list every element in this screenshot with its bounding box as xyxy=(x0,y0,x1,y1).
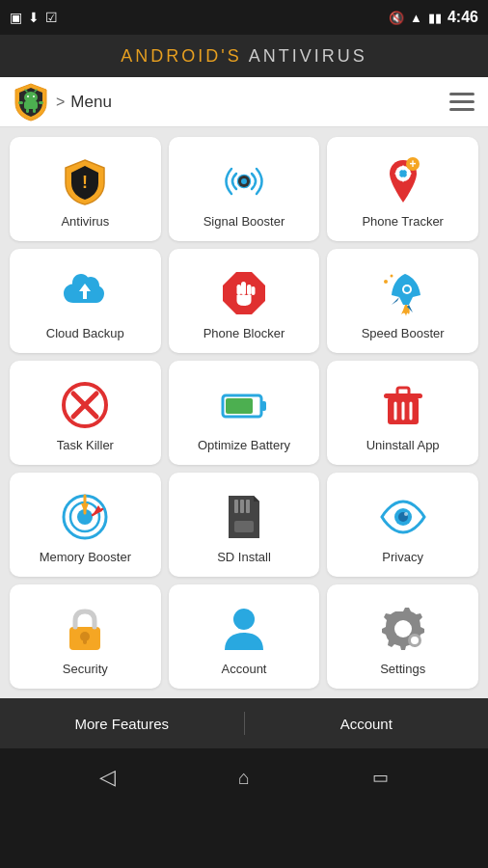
sd-install-label: SD Install xyxy=(217,550,271,564)
battery-icon: ▮▮ xyxy=(428,11,442,25)
status-icons-left: ▣ ⬇ ☑ xyxy=(10,10,58,25)
phone-tracker-icon: + xyxy=(376,154,430,208)
account-label: Account xyxy=(222,662,267,676)
grid-item-settings[interactable]: Settings xyxy=(327,584,478,689)
phone-blocker-icon xyxy=(217,266,271,320)
download-icon: ⬇ xyxy=(28,10,40,25)
optimize-battery-icon xyxy=(217,378,271,432)
tab-bar: More Features Account xyxy=(0,698,488,748)
grid-item-phone-tracker[interactable]: + Phone Tracker xyxy=(327,137,478,241)
privacy-label: Privacy xyxy=(382,550,423,564)
grid-item-signal-booster[interactable]: Signal Booster xyxy=(169,137,320,241)
task-killer-label: Task Killer xyxy=(57,438,114,452)
android-logo xyxy=(14,82,48,122)
svg-rect-5 xyxy=(24,101,38,109)
recent-apps-button[interactable]: ▭ xyxy=(372,767,389,788)
svg-rect-21 xyxy=(247,285,252,295)
tab-account[interactable]: Account xyxy=(245,698,489,748)
svg-rect-33 xyxy=(226,398,253,414)
home-button[interactable]: ⌂ xyxy=(238,767,250,789)
svg-point-60 xyxy=(411,637,419,644)
android-nav-bar: ◁ ⌂ ▭ xyxy=(0,748,488,806)
svg-text:!: ! xyxy=(82,173,88,192)
phone-blocker-label: Phone Blocker xyxy=(203,326,285,340)
speed-booster-icon xyxy=(376,266,430,320)
svg-point-4 xyxy=(33,95,35,97)
svg-point-13 xyxy=(241,178,247,184)
antivirus-label: Antivirus xyxy=(61,214,109,229)
memory-booster-label: Memory Booster xyxy=(40,550,131,564)
svg-rect-9 xyxy=(39,101,43,104)
security-label: Security xyxy=(63,662,108,676)
cloud-backup-icon xyxy=(58,266,112,320)
nav-menu-label: Menu xyxy=(70,93,112,112)
hamburger-line-1 xyxy=(449,93,474,95)
account-icon xyxy=(217,602,271,656)
svg-rect-32 xyxy=(261,401,266,411)
svg-point-57 xyxy=(233,609,255,630)
breadcrumb-chevron: > xyxy=(56,94,65,111)
task-killer-icon xyxy=(58,378,112,432)
grid-item-sd-install[interactable]: SD Install xyxy=(169,473,320,577)
nav-bar: > Menu xyxy=(0,77,488,127)
memory-booster-icon xyxy=(58,490,112,544)
grid-item-optimize-battery[interactable]: Optimize Battery xyxy=(169,361,320,465)
grid-item-speed-booster[interactable]: Speed Booster xyxy=(327,249,478,353)
settings-icon xyxy=(376,602,430,656)
svg-rect-50 xyxy=(234,521,254,532)
svg-rect-38 xyxy=(384,393,422,398)
svg-point-53 xyxy=(404,512,408,516)
svg-point-26 xyxy=(384,280,388,284)
svg-rect-6 xyxy=(26,108,29,113)
grid-item-security[interactable]: Security xyxy=(10,584,161,689)
grid-item-phone-blocker[interactable]: Phone Blocker xyxy=(169,249,320,353)
app-title: ANDROID'S ANTIVIRUS xyxy=(121,46,366,67)
svg-rect-48 xyxy=(240,500,244,513)
hamburger-line-3 xyxy=(449,108,474,111)
hamburger-button[interactable] xyxy=(449,93,474,111)
status-bar: ▣ ⬇ ☑ 🔇 ▲ ▮▮ 4:46 xyxy=(0,0,488,35)
security-icon xyxy=(58,602,112,656)
checkbox-icon: ☑ xyxy=(45,10,58,25)
grid-item-cloud-backup[interactable]: Cloud Backup xyxy=(10,249,161,353)
svg-marker-46 xyxy=(254,496,259,502)
tab-account-label: Account xyxy=(340,716,393,732)
svg-point-3 xyxy=(27,95,29,97)
nav-breadcrumb: > Menu xyxy=(56,93,449,112)
svg-rect-8 xyxy=(18,101,23,104)
signal-booster-icon xyxy=(217,154,271,208)
app-title-rest: ANTIVIRUS xyxy=(242,46,367,66)
svg-point-27 xyxy=(390,274,393,277)
settings-label: Settings xyxy=(380,662,425,676)
screen-icon: ▣ xyxy=(10,10,22,25)
signal-booster-label: Signal Booster xyxy=(203,214,285,229)
grid-item-memory-booster[interactable]: Memory Booster xyxy=(10,473,161,577)
svg-rect-47 xyxy=(234,500,238,513)
grid-item-antivirus[interactable]: ! Antivirus xyxy=(10,137,161,241)
svg-rect-56 xyxy=(83,638,87,644)
svg-rect-7 xyxy=(33,108,36,113)
clock: 4:46 xyxy=(447,9,478,26)
grid-item-uninstall-app[interactable]: Uninstall App xyxy=(327,361,478,465)
optimize-battery-label: Optimize Battery xyxy=(198,438,290,452)
grid-item-privacy[interactable]: Privacy xyxy=(327,473,478,577)
tab-more-features[interactable]: More Features xyxy=(0,698,244,748)
hamburger-line-2 xyxy=(449,100,474,103)
status-icons-right: 🔇 ▲ ▮▮ 4:46 xyxy=(389,9,478,26)
grid-item-account[interactable]: Account xyxy=(169,584,320,689)
uninstall-app-icon xyxy=(376,378,430,432)
svg-point-58 xyxy=(394,620,412,637)
speed-booster-label: Speed Booster xyxy=(362,326,445,340)
back-button[interactable]: ◁ xyxy=(99,765,116,790)
cloud-backup-label: Cloud Backup xyxy=(46,326,124,340)
svg-rect-23 xyxy=(236,285,241,295)
main-grid: ! Antivirus Signal Booster xyxy=(0,127,488,698)
antivirus-icon: ! xyxy=(58,154,112,208)
tab-more-features-label: More Features xyxy=(74,716,169,732)
svg-point-25 xyxy=(404,286,410,292)
grid-item-task-killer[interactable]: Task Killer xyxy=(10,361,161,465)
app-header: ANDROID'S ANTIVIRUS xyxy=(0,35,488,77)
svg-rect-49 xyxy=(246,500,250,513)
phone-tracker-label: Phone Tracker xyxy=(362,214,444,229)
svg-rect-22 xyxy=(251,286,255,295)
